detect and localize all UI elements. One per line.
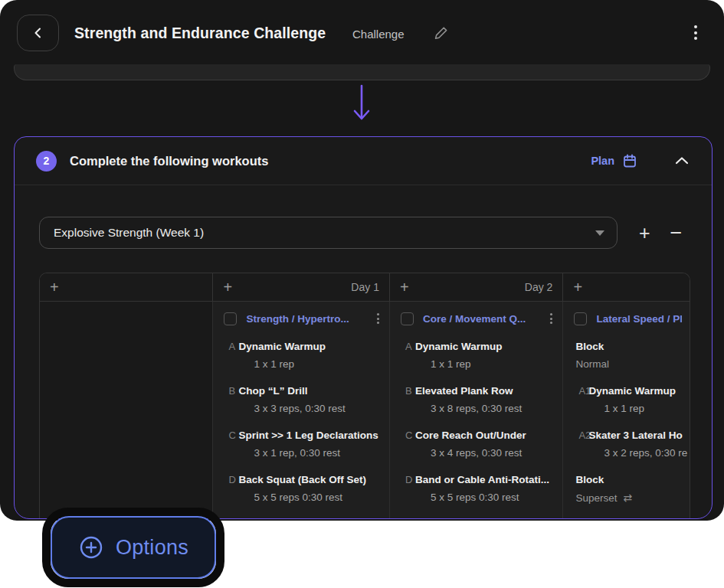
workout-checkbox[interactable] — [401, 312, 414, 325]
exercise-tag: D — [213, 474, 238, 485]
program-type-label: Challenge — [352, 28, 405, 41]
exercise-name: Band or Cable Anti-Rotati... — [415, 474, 549, 485]
block-label: Block — [563, 341, 690, 352]
header: Strength and Endurance Challenge Challen… — [0, 0, 724, 64]
exercise-detail: 3 x 2 reps, 0:30 re — [604, 447, 690, 459]
workout-checkbox[interactable] — [574, 312, 587, 325]
exercise-detail: 5 x 5 reps 0:30 rest — [254, 492, 388, 503]
page-title: Strength and Endurance Challenge — [74, 24, 326, 42]
block-item[interactable]: Block Superset⇄ — [563, 474, 690, 504]
exercise-name: Dynamic Warmup — [415, 341, 503, 352]
exercise-tag: D — [390, 474, 415, 485]
step-2-card-header: 2 Complete the following workouts Plan — [15, 137, 712, 185]
workout-checkbox[interactable] — [224, 312, 237, 325]
board-body: Strength / Hypertro... ADynamic Warmup 1… — [40, 302, 690, 519]
board-header-cell-day1: + Day 1 — [213, 273, 389, 301]
week-select-dropdown[interactable]: Explosive Strength (Week 1) — [39, 217, 618, 249]
app-window: Strength and Endurance Challenge Challen… — [0, 0, 724, 521]
workout-menu-icon[interactable] — [548, 312, 555, 325]
board-column-day2: Core / Movement Q... ADynamic Warmup 1 x… — [390, 302, 563, 519]
board-header-cell-day2: + Day 2 — [390, 273, 563, 301]
exercise-item[interactable]: A2Skater 3 Lateral Ho 3 x 2 reps, 0:30 r… — [563, 430, 690, 459]
overflow-menu-icon[interactable] — [693, 24, 699, 41]
edit-pencil-icon[interactable] — [434, 25, 449, 41]
exercise-name: Back Squat (Back Off Set) — [238, 474, 366, 485]
exercise-detail: 1 x 1 rep — [431, 358, 562, 370]
exercise-name: Chop “L” Drill — [238, 385, 307, 397]
plus-circle-icon — [78, 534, 104, 560]
workout-card-header: Strength / Hypertro... — [224, 308, 381, 329]
add-workout-icon[interactable]: + — [400, 279, 409, 295]
exercise-name: Elevated Plank Row — [415, 385, 513, 397]
exercise-item[interactable]: ADynamic Warmup 1 x 1 rep — [390, 341, 562, 370]
flow-down-arrow-icon — [352, 84, 371, 124]
board-header-cell: + — [40, 273, 213, 301]
exercise-tag: C — [213, 430, 238, 441]
block-item[interactable]: Block Normal — [563, 341, 690, 370]
exercise-list: ADynamic Warmup 1 x 1 rep BChop “L” Dril… — [213, 341, 388, 503]
workout-menu-icon[interactable] — [375, 312, 382, 325]
exercise-item[interactable]: DBand or Cable Anti-Rotati... 5 x 5 reps… — [390, 474, 562, 503]
superset-loop-icon: ⇄ — [623, 492, 632, 504]
block-type: Normal — [563, 358, 690, 370]
plan-button[interactable]: Plan — [591, 153, 637, 168]
block-type: Superset⇄ — [563, 492, 690, 504]
options-button[interactable]: Options — [51, 516, 216, 579]
exercise-tag: A2 — [563, 430, 588, 441]
exercise-item[interactable]: BElevated Plank Row 3 x 8 reps, 0:30 res… — [390, 385, 562, 414]
week-select-value: Explosive Strength (Week 1) — [54, 226, 204, 240]
block-label: Block — [563, 474, 690, 485]
exercise-tag: B — [390, 385, 415, 397]
remove-week-button[interactable]: − — [670, 223, 683, 243]
collapse-chevron-up-icon[interactable] — [675, 156, 689, 165]
exercise-tag: A — [390, 341, 415, 352]
exercise-name: Skater 3 Lateral Ho — [588, 430, 682, 441]
exercise-detail: 3 x 8 reps, 0:30 rest — [431, 403, 562, 414]
workout-title-link[interactable]: Core / Movement Q... — [423, 313, 526, 325]
board-column-day1: Strength / Hypertro... ADynamic Warmup 1… — [213, 302, 389, 519]
add-week-button[interactable]: + — [639, 224, 650, 243]
step-2-card: 2 Complete the following workouts Plan E… — [14, 136, 713, 519]
day-label: Day 1 — [351, 281, 379, 293]
exercise-name: Sprint >> 1 Leg Declarations — [238, 430, 378, 441]
exercise-detail: 3 x 4 reps, 0:30 rest — [431, 447, 562, 459]
board-column-day3: Lateral Speed / Ply Block Normal A1Dynam… — [563, 302, 690, 519]
exercise-item[interactable]: DBack Squat (Back Off Set) 5 x 5 reps 0:… — [213, 474, 388, 503]
exercise-detail: 3 x 1 rep, 0:30 rest — [254, 447, 388, 459]
day-label: Day 2 — [525, 281, 553, 293]
board-header-row: + + Day 1 + Day 2 + — [40, 273, 690, 302]
add-workout-icon[interactable]: + — [573, 279, 582, 295]
exercise-item[interactable]: A1Dynamic Warmup 1 x 1 rep — [563, 385, 690, 414]
exercise-item[interactable]: CCore Reach Out/Under 3 x 4 reps, 0:30 r… — [390, 430, 562, 459]
add-workout-icon[interactable]: + — [223, 279, 232, 295]
workout-board: + + Day 1 + Day 2 + — [39, 273, 690, 519]
step-number-badge: 2 — [36, 151, 57, 172]
back-button[interactable] — [17, 15, 59, 51]
exercise-list: ADynamic Warmup 1 x 1 rep BElevated Plan… — [390, 341, 562, 503]
chevron-down-icon — [595, 230, 604, 236]
board-column-empty — [40, 302, 213, 519]
exercise-detail: 1 x 1 rep — [604, 403, 690, 414]
exercise-item[interactable]: BChop “L” Drill 3 x 3 reps, 0:30 rest — [213, 385, 388, 414]
exercise-name: Dynamic Warmup — [238, 341, 326, 352]
add-workout-icon[interactable]: + — [50, 279, 59, 295]
workout-card-header: Core / Movement Q... — [401, 308, 555, 329]
options-button-label: Options — [116, 536, 188, 560]
workout-title-link[interactable]: Lateral Speed / Ply — [596, 313, 682, 325]
collapsed-step-card[interactable] — [14, 64, 710, 80]
exercise-detail: 1 x 1 rep — [254, 358, 388, 370]
exercise-tag: A1 — [563, 385, 588, 397]
step-title: Complete the following workouts — [70, 154, 268, 168]
exercise-detail: 5 x 5 reps 0:30 rest — [431, 492, 562, 503]
calendar-icon — [622, 153, 637, 168]
options-button-highlight-ring: Options — [42, 508, 224, 587]
week-selector-row: Explosive Strength (Week 1) + − — [39, 217, 692, 249]
block-list: Block Normal A1Dynamic Warmup 1 x 1 rep … — [563, 341, 690, 504]
exercise-item[interactable]: ADynamic Warmup 1 x 1 rep — [213, 341, 388, 370]
exercise-item[interactable]: CSprint >> 1 Leg Declarations 3 x 1 rep,… — [213, 430, 388, 459]
exercise-name: Dynamic Warmup — [588, 385, 676, 397]
workout-title-link[interactable]: Strength / Hypertro... — [246, 313, 349, 325]
board-header-cell-day3: + — [563, 273, 690, 301]
exercise-detail: 3 x 3 reps, 0:30 rest — [254, 403, 388, 414]
exercise-name: Core Reach Out/Under — [415, 430, 526, 441]
